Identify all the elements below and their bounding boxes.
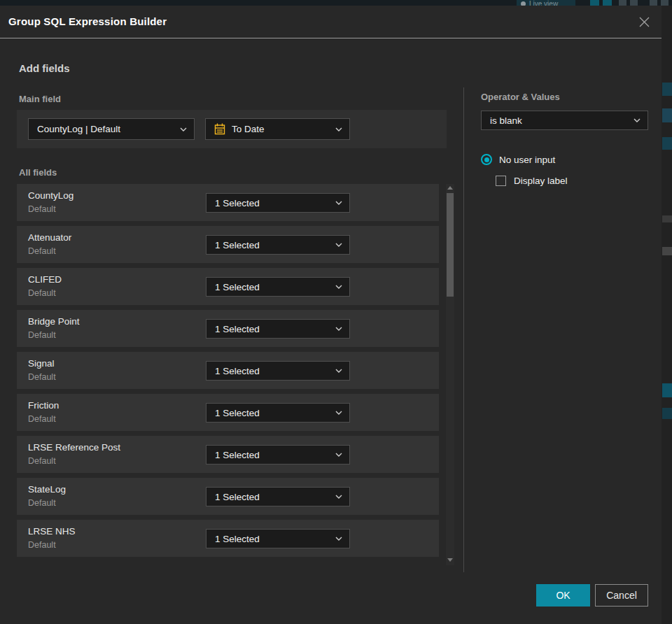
background-artifact [662, 215, 672, 222]
field-subtitle: Default [28, 204, 56, 214]
main-field-dropdown-value: CountyLog | Default [37, 124, 174, 134]
radio-selected-icon [481, 154, 492, 165]
field-selected-dropdown[interactable]: 1 Selected [206, 277, 350, 297]
field-name: Bridge Point [28, 316, 80, 327]
field-selected-value: 1 Selected [215, 408, 330, 418]
field-subtitle: Default [28, 330, 56, 340]
field-selected-dropdown[interactable]: 1 Selected [206, 445, 350, 465]
calendar-icon [214, 123, 225, 135]
field-selected-value: 1 Selected [215, 282, 330, 292]
main-field-dropdown[interactable]: CountyLog | Default [28, 118, 195, 140]
field-subtitle: Default [28, 246, 56, 256]
field-selected-value: 1 Selected [215, 366, 330, 376]
close-icon [638, 16, 650, 28]
no-user-input-radio[interactable]: No user input [481, 154, 555, 165]
field-row: Bridge Point Default 1 Selected [17, 310, 439, 347]
chevron-down-icon [335, 369, 342, 373]
date-field-dropdown[interactable]: To Date [205, 118, 350, 140]
toolbar-button-icon[interactable] [590, 0, 599, 6]
field-selected-value: 1 Selected [215, 492, 330, 502]
field-subtitle: Default [28, 540, 56, 550]
display-label-checkbox[interactable]: Display label [496, 176, 568, 186]
field-subtitle: Default [28, 456, 56, 466]
field-selected-dropdown[interactable]: 1 Selected [206, 319, 350, 339]
toolbar-button-icon[interactable] [650, 0, 657, 6]
field-selected-value: 1 Selected [215, 240, 330, 250]
chevron-down-icon [335, 285, 342, 289]
field-row: LRSE NHS Default 1 Selected [17, 520, 439, 557]
field-selected-dropdown[interactable]: 1 Selected [206, 529, 350, 548]
radio-label: No user input [499, 155, 555, 165]
field-row: Friction Default 1 Selected [17, 394, 439, 431]
field-selected-value: 1 Selected [215, 324, 330, 334]
panel-divider [463, 87, 464, 572]
field-selected-dropdown[interactable]: 1 Selected [206, 361, 350, 381]
toolbar-button-icon[interactable] [603, 0, 612, 6]
close-button[interactable] [636, 14, 652, 29]
background-artifact [662, 137, 672, 150]
field-selected-dropdown[interactable]: 1 Selected [206, 487, 350, 506]
checkbox-label: Display label [514, 176, 568, 186]
field-selected-value: 1 Selected [215, 534, 330, 544]
toolbar-button-icon[interactable] [619, 0, 626, 6]
field-name: CLIFED [28, 274, 62, 285]
field-subtitle: Default [28, 288, 56, 298]
field-row: CountyLog Default 1 Selected [17, 184, 439, 221]
field-row: CLIFED Default 1 Selected [17, 268, 439, 305]
chevron-down-icon [335, 411, 342, 415]
field-row: StateLog Default 1 Selected [17, 478, 439, 515]
field-name: StateLog [28, 484, 66, 495]
live-view-label: Live view [529, 1, 558, 6]
background-artifact [662, 108, 672, 122]
field-selected-dropdown[interactable]: 1 Selected [206, 193, 350, 213]
ok-button[interactable]: OK [536, 584, 590, 607]
scroll-up-icon[interactable] [447, 186, 453, 190]
field-subtitle: Default [28, 414, 56, 424]
dialog-header: Group SQL Expression Builder [0, 6, 662, 38]
add-fields-heading: Add fields [19, 62, 70, 74]
chevron-down-icon [335, 243, 342, 247]
date-field-dropdown-value: To Date [232, 124, 330, 134]
field-selected-dropdown[interactable]: 1 Selected [206, 403, 350, 423]
background-toolbar: Live view [0, 0, 672, 6]
chevron-down-icon [335, 327, 342, 331]
field-name: LRSE Reference Post [28, 442, 120, 453]
field-selected-value: 1 Selected [215, 450, 330, 460]
field-selected-value: 1 Selected [215, 198, 330, 208]
operator-dropdown-value: is blank [490, 115, 628, 126]
scrollbar[interactable] [446, 184, 454, 565]
field-subtitle: Default [28, 372, 56, 382]
dialog-group-sql-expression-builder: Group SQL Expression Builder Add fields … [0, 6, 662, 624]
all-fields-list: CountyLog Default 1 Selected Attenuator … [17, 184, 439, 562]
field-name: Friction [28, 400, 59, 411]
operator-dropdown[interactable]: is blank [481, 111, 648, 130]
chevron-down-icon [335, 495, 342, 499]
background-artifact [662, 83, 672, 96]
field-name: Signal [28, 358, 55, 369]
background-artifact [662, 247, 672, 255]
main-field-container: CountyLog | Default To Date [17, 110, 447, 148]
field-row: Attenuator Default 1 Selected [17, 226, 439, 263]
checkbox-unchecked-icon [496, 176, 506, 186]
chevron-down-icon [180, 127, 187, 132]
chevron-down-icon [634, 118, 640, 122]
scroll-down-icon[interactable] [447, 558, 453, 562]
field-row: Signal Default 1 Selected [17, 352, 439, 389]
field-selected-dropdown[interactable]: 1 Selected [206, 235, 350, 255]
main-field-label: Main field [19, 94, 61, 104]
screen: Live view Group SQL Expression Builder A… [0, 0, 672, 624]
dialog-title: Group SQL Expression Builder [8, 15, 167, 27]
field-row: LRSE Reference Post Default 1 Selected [17, 436, 439, 473]
field-subtitle: Default [28, 498, 56, 508]
toolbar-button-icon[interactable] [661, 0, 668, 6]
scrollbar-thumb[interactable] [447, 193, 454, 297]
cancel-button[interactable]: Cancel [595, 584, 648, 607]
toolbar-button-icon[interactable] [630, 0, 638, 6]
live-view-toggle[interactable]: Live view [517, 0, 575, 6]
field-name: CountyLog [28, 190, 74, 201]
chevron-down-icon [335, 127, 342, 132]
chevron-down-icon [335, 453, 342, 457]
chevron-down-icon [335, 537, 342, 541]
background-artifact [662, 408, 672, 419]
chevron-down-icon [335, 201, 342, 205]
